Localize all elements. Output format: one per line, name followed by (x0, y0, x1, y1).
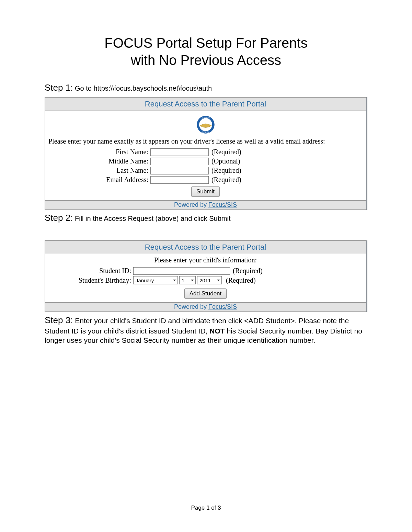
birthday-label: Student's Birthday: (47, 276, 133, 284)
birthday-year-select[interactable]: 2011 (197, 276, 222, 284)
svg-text:DISTRICT: DISTRICT (202, 117, 209, 119)
student-id-input[interactable] (133, 267, 230, 275)
step-1-label: Step 1: (45, 82, 73, 93)
focus-sis-link-1[interactable]: Focus/SIS (208, 201, 237, 208)
panel-2-instruction: Please enter your child's information: (47, 256, 364, 266)
last-name-hint: (Required) (209, 167, 241, 174)
step-1-line: Step 1: Go to https:\\focus.bayschools.n… (45, 82, 367, 93)
focus-sis-link-2[interactable]: Focus/SIS (208, 303, 237, 310)
first-name-label: First Name: (47, 148, 150, 156)
district-logo-row: DISTRICT FLORIDA (47, 113, 364, 137)
last-name-label: Last Name: (47, 167, 150, 174)
student-id-label: Student ID: (47, 267, 133, 275)
email-row: Email Address: (Required) (47, 175, 364, 184)
step-2-line: Step 2: Fill in the Access Request (abov… (45, 213, 367, 223)
submit-button[interactable]: Submit (191, 186, 220, 197)
step-2-text: Fill in the Access Request (above) and c… (75, 215, 231, 222)
email-input[interactable] (150, 176, 209, 184)
title-line-1: FOCUS Portal Setup For Parents (104, 35, 307, 50)
student-id-row: Student ID: (Required) (47, 266, 364, 275)
doc-title: FOCUS Portal Setup For Parents with No P… (45, 34, 367, 69)
request-access-panel-1: Request Access to the Parent Portal DIST… (45, 97, 367, 210)
middle-name-hint: (Optional) (209, 157, 240, 165)
panel-1-instruction: Please enter your name exactly as it app… (47, 137, 364, 147)
page-current: 1 (206, 505, 209, 511)
district-seal-icon: DISTRICT FLORIDA (196, 115, 215, 134)
page-number: Page 1 of 3 (0, 505, 412, 511)
birthday-month-value: January (136, 278, 154, 283)
panel-2-footer-prefix: Powered by (174, 303, 208, 310)
page-mid: of (209, 505, 218, 511)
birthday-day-value: 1 (182, 278, 184, 283)
add-student-button[interactable]: Add Student (184, 288, 227, 299)
birthday-row: Student's Birthday: January 1 2011 (Requ… (47, 275, 364, 286)
step-3-not: NOT (209, 327, 225, 335)
panel-1-footer: Powered by Focus/SIS (45, 200, 366, 210)
step-3-label: Step 3: (45, 315, 73, 325)
svg-text:FLORIDA: FLORIDA (202, 131, 209, 133)
page-total: 3 (218, 505, 221, 511)
last-name-row: Last Name: (Required) (47, 166, 364, 175)
panel-2-header: Request Access to the Parent Portal (45, 241, 366, 254)
panel-1-footer-prefix: Powered by (174, 201, 208, 208)
panel-1-header: Request Access to the Parent Portal (45, 98, 366, 111)
middle-name-row: Middle Name: (Optional) (47, 157, 364, 166)
first-name-input[interactable] (150, 148, 209, 156)
first-name-hint: (Required) (209, 148, 241, 156)
step-3-block: Step 3: Enter your child's Student ID an… (45, 315, 367, 345)
student-id-hint: (Required) (230, 267, 263, 275)
birthday-day-select[interactable]: 1 (179, 276, 196, 284)
title-line-2: with No Previous Access (131, 53, 281, 68)
step-2-label: Step 2: (45, 213, 73, 223)
email-label: Email Address: (47, 176, 150, 184)
middle-name-label: Middle Name: (47, 157, 150, 165)
middle-name-input[interactable] (150, 158, 209, 165)
last-name-input[interactable] (150, 167, 209, 174)
request-access-panel-2: Request Access to the Parent Portal Plea… (45, 240, 367, 312)
birthday-hint: (Required) (223, 276, 256, 284)
first-name-row: First Name: (Required) (47, 147, 364, 157)
step-1-text: Go to https:\\focus.bayschools.net\focus… (75, 84, 212, 92)
birthday-month-select[interactable]: January (133, 276, 178, 284)
panel-2-footer: Powered by Focus/SIS (45, 302, 366, 312)
birthday-year-value: 2011 (199, 278, 211, 283)
email-hint: (Required) (209, 176, 241, 184)
page-prefix: Page (191, 505, 206, 511)
